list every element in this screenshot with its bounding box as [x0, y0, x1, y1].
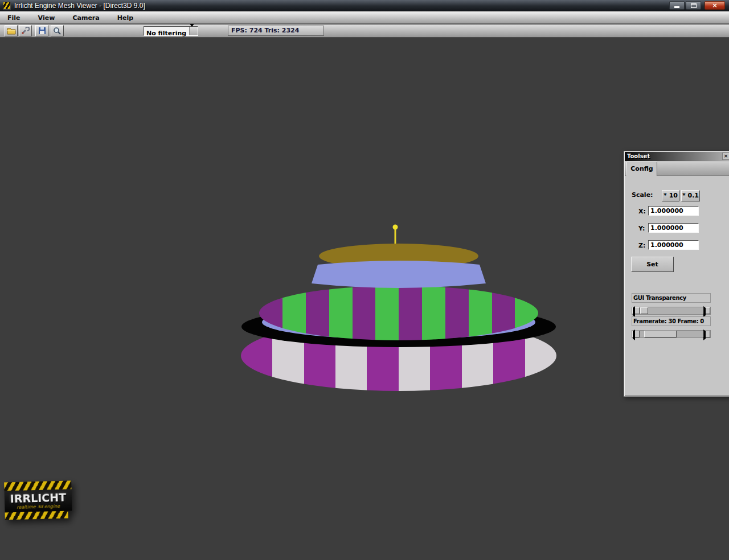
zoom-button[interactable] [51, 25, 64, 36]
minimize-icon [674, 6, 679, 8]
ufo-mesh [0, 38, 729, 560]
mesh-upper-band [312, 261, 486, 288]
toolset-tabstrip: Config [625, 162, 729, 176]
app-icon[interactable] [3, 2, 11, 10]
scale-x10-button[interactable]: * 10 [662, 190, 679, 201]
wrench-icon [21, 27, 30, 35]
magnifier-icon [53, 27, 62, 35]
fps-stats: FPS: 724 Tris: 2324 [228, 26, 324, 36]
logo-body: IRRLICHT realtime 3d engine [5, 489, 72, 512]
minimize-button[interactable] [669, 1, 685, 10]
scroll-left-button[interactable] [632, 307, 640, 314]
transparency-scrollbar[interactable] [632, 307, 711, 315]
scroll-right-button[interactable] [703, 307, 710, 314]
filter-dropdown[interactable]: No filtering [144, 26, 198, 36]
menu-view[interactable]: View [31, 12, 63, 24]
menu-file[interactable]: File [0, 12, 28, 24]
arrow-left-icon [633, 306, 635, 317]
floppy-icon [38, 27, 47, 35]
folder-icon [7, 27, 16, 35]
maximize-button[interactable] [686, 1, 701, 10]
toolset-close-button[interactable]: × [722, 153, 729, 160]
open-file-button[interactable] [5, 25, 18, 36]
scroll-right-button[interactable] [703, 331, 710, 337]
maximize-icon [691, 3, 697, 8]
set-button[interactable]: Set [631, 257, 674, 272]
close-icon: × [705, 2, 724, 10]
arrow-left-icon [633, 330, 635, 340]
scale-label: Scale: [632, 191, 653, 199]
toolset-window: Toolset × Config Scale: * 10 * 0.1 X: Y:… [624, 151, 729, 397]
scroll-left-button[interactable] [632, 331, 640, 337]
window-title: Irrlicht Engine Mesh Viewer - [Direct3D … [14, 0, 145, 11]
filter-dropdown-value: No filtering [144, 30, 186, 37]
framerate-label: Framerate: 30 Frame: 0 [632, 316, 711, 326]
framerate-scrollbar-thumb[interactable] [644, 331, 677, 337]
x-label: X: [638, 208, 646, 215]
scale-x01-button[interactable]: * 0.1 [681, 190, 700, 201]
toolset-title: Toolset [625, 153, 650, 159]
menu-bar: File View Camera Help [0, 11, 729, 24]
chevron-down-icon [190, 24, 194, 38]
transparency-label: GUI Transparency Control: [632, 293, 711, 303]
scale-x-input[interactable] [648, 206, 699, 216]
app-window: Irrlicht Engine Mesh Viewer - [Direct3D … [0, 0, 729, 560]
arrow-right-icon [703, 306, 706, 317]
tool-bar: No filtering FPS: 724 Tris: 2324 [0, 24, 729, 38]
window-controls: × [668, 1, 725, 10]
menu-camera[interactable]: Camera [65, 12, 107, 24]
framerate-scrollbar[interactable] [632, 330, 711, 338]
y-label: Y: [638, 225, 645, 232]
irrlicht-logo: IRRLICHT realtime 3d engine [4, 480, 72, 520]
close-button[interactable]: × [705, 1, 725, 10]
titlebar[interactable]: Irrlicht Engine Mesh Viewer - [Direct3D … [0, 0, 729, 11]
toolset-button[interactable] [19, 25, 32, 36]
scale-z-input[interactable] [648, 240, 699, 250]
z-label: Z: [638, 242, 645, 249]
viewport-3d[interactable]: IRRLICHT realtime 3d engine [0, 38, 729, 560]
save-button[interactable] [35, 25, 48, 36]
dropdown-arrow-button[interactable] [189, 27, 198, 35]
menu-help[interactable]: Help [110, 12, 141, 24]
logo-title: IRRLICHT [10, 491, 66, 505]
scale-y-input[interactable] [648, 223, 699, 233]
transparency-scrollbar-thumb[interactable] [640, 307, 648, 314]
tab-config[interactable]: Config [626, 162, 657, 176]
toolset-titlebar[interactable]: Toolset × [625, 152, 729, 161]
arrow-right-icon [703, 330, 706, 340]
